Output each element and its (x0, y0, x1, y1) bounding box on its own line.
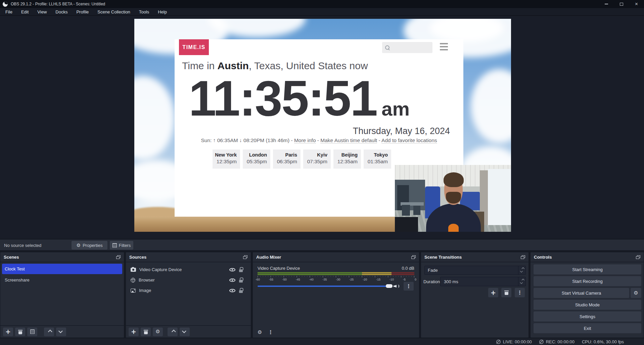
scene-item-clock-test[interactable]: Clock Test (2, 264, 122, 274)
transition-select[interactable]: Fade (424, 266, 526, 275)
sources-panel: Sources Video Capture Device Browser Ima… (126, 252, 251, 338)
page-title: Time in Austin, Texas, United States now (182, 60, 457, 72)
remove-source-button[interactable] (141, 328, 151, 336)
controls-stack: Start Streaming Start Recording Start Vi… (534, 264, 641, 333)
chevron-down-icon (520, 270, 522, 272)
webcam-chair (402, 205, 410, 216)
source-properties-button[interactable]: ⚙ (153, 328, 163, 336)
chevron-down-icon (58, 329, 63, 333)
advanced-audio-gear-icon[interactable]: ⚙ (258, 330, 262, 335)
menu-profile[interactable]: Profile (72, 8, 93, 16)
scenes-panel: Scenes Clock Test Screenshare + (0, 252, 124, 338)
duration-spinbox[interactable]: 300 ms (440, 277, 526, 286)
mixer-level-db: 0.0 dB (402, 266, 414, 271)
meter-tick-marks (258, 276, 414, 277)
menu-scene-collection[interactable]: Scene Collection (93, 8, 135, 16)
menu-docks[interactable]: Docks (51, 8, 72, 16)
filters-icon (112, 243, 117, 248)
preview-area: TIME.IS Time in Austin, Texas, United St… (0, 16, 644, 239)
menu-edit[interactable]: Edit (17, 8, 33, 16)
source-item-image[interactable]: Image (126, 285, 251, 296)
window-controls: ✕ (599, 0, 644, 8)
start-virtual-camera-button[interactable]: Start Virtual Camera (534, 288, 629, 298)
shirt-logo (448, 224, 459, 232)
move-scene-down-button[interactable] (56, 328, 66, 336)
select-spin-buttons[interactable] (518, 266, 525, 274)
make-default-link: Make Austin time default (320, 137, 377, 143)
sources-header: Sources (126, 252, 251, 262)
scene-item-screenshare[interactable]: Screenshare (0, 275, 124, 285)
mixer-channel-name: Video Capture Device (258, 266, 300, 271)
minimize-button[interactable] (599, 0, 614, 8)
clock-display: 11:35:51am (189, 72, 410, 124)
controls-panel: Controls Start Streaming Start Recording… (530, 252, 644, 338)
menu-file[interactable]: File (1, 8, 17, 16)
visibility-eye-icon[interactable] (229, 267, 235, 272)
obs-logo-icon (3, 2, 8, 7)
virtual-camera-config-button[interactable]: ⚙ (631, 288, 641, 298)
mixer-menu-kebab-icon[interactable]: ⋮ (268, 330, 273, 335)
status-bar: LIVE: 00:00:00 REC: 00:00:00 CPU: 0.6%, … (0, 338, 644, 345)
sources-list: Video Capture Device Browser Image (126, 262, 251, 296)
cpu-status: CPU: 0.6%, 30.00 fps (582, 339, 624, 344)
start-recording-button[interactable]: Start Recording (534, 276, 641, 286)
hamburger-menu-icon (440, 43, 448, 50)
menu-view[interactable]: View (33, 8, 51, 16)
transition-menu-button[interactable]: ⋮ (515, 288, 525, 297)
program-canvas[interactable]: TIME.IS Time in Austin, Texas, United St… (134, 19, 511, 232)
remove-transition-button[interactable] (501, 288, 511, 297)
speaker-icon[interactable] (394, 284, 399, 289)
obs-window: OBS 29.1.2 - Profile: LLHLS BETA - Scene… (0, 0, 644, 345)
source-item-video-capture[interactable]: Video Capture Device (126, 264, 251, 275)
record-inactive-icon (539, 340, 544, 344)
clock-meridiem: am (381, 98, 410, 120)
add-source-button[interactable]: + (129, 328, 139, 336)
move-scene-up-button[interactable] (44, 328, 54, 336)
maximize-button[interactable] (614, 0, 629, 8)
minimize-icon (605, 4, 608, 4)
visibility-eye-icon[interactable] (229, 278, 235, 283)
city-box: Beijing 12:35am (333, 149, 361, 169)
live-status: LIVE: 00:00:00 (496, 339, 532, 344)
settings-button[interactable]: Settings (534, 311, 641, 321)
add-scene-button[interactable]: + (3, 328, 13, 336)
filters-button[interactable]: Filters (110, 241, 133, 250)
remove-scene-button[interactable] (15, 328, 25, 336)
close-button[interactable]: ✕ (629, 0, 644, 8)
channel-menu-button[interactable]: ⋮ (404, 282, 414, 291)
add-transition-button[interactable]: + (488, 288, 498, 297)
person-hair (444, 172, 464, 187)
maximize-icon (620, 3, 623, 6)
volume-slider-track[interactable] (258, 286, 387, 287)
start-streaming-button[interactable]: Start Streaming (534, 264, 641, 274)
controls-header: Controls (531, 252, 644, 262)
chevron-up-icon (521, 278, 524, 281)
studio-mode-button[interactable]: Studio Mode (534, 300, 641, 310)
menu-bar: File Edit View Docks Profile Scene Colle… (0, 8, 644, 16)
webcam-chair (413, 206, 420, 215)
menu-help[interactable]: Help (153, 8, 171, 16)
exit-button[interactable]: Exit (534, 323, 641, 333)
move-source-down-button[interactable] (180, 328, 190, 336)
menu-tools[interactable]: Tools (135, 8, 153, 16)
volume-slider-handle[interactable] (386, 284, 393, 288)
plus-icon: + (131, 329, 136, 335)
plus-icon: + (5, 329, 11, 335)
close-icon: ✕ (635, 2, 638, 6)
transition-buttons-row: + ⋮ (421, 288, 528, 298)
source-item-browser[interactable]: Browser (126, 275, 251, 285)
lock-icon[interactable] (239, 288, 243, 293)
scene-filters-button[interactable] (27, 328, 37, 336)
properties-button[interactable]: ⚙ Properties (72, 241, 107, 250)
move-source-up-button[interactable] (168, 328, 178, 336)
cloud (134, 76, 175, 160)
duration-spin-buttons[interactable] (518, 277, 525, 286)
search-icon (385, 45, 390, 50)
visibility-eye-icon[interactable] (229, 288, 235, 293)
cloud (471, 69, 511, 143)
plus-icon: + (491, 290, 496, 296)
date-display: Thursday, May 16, 2024 (242, 126, 450, 136)
lock-icon[interactable] (239, 277, 243, 283)
popout-icon (243, 255, 247, 259)
lock-icon[interactable] (239, 267, 243, 272)
